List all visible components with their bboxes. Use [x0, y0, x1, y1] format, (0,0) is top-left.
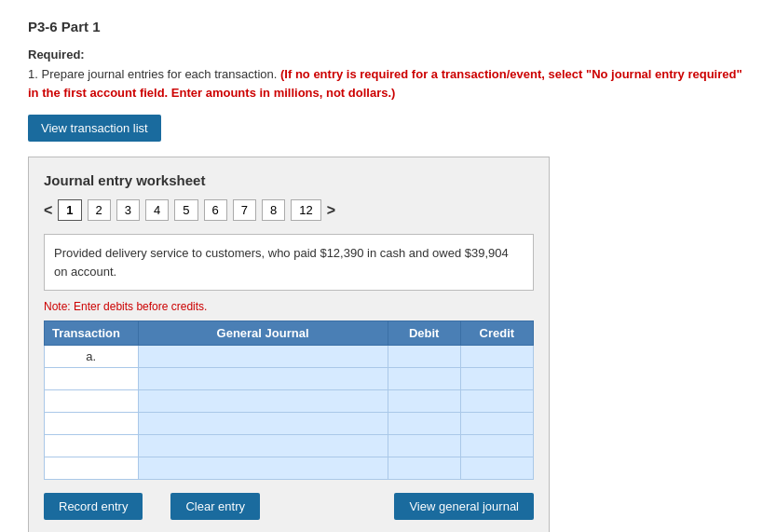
page-btn-3[interactable]: 3: [116, 199, 140, 221]
instruction: 1. Prepare journal entries for each tran…: [28, 65, 748, 102]
credit-input-3[interactable]: [460, 390, 533, 413]
col-header-credit: Credit: [460, 321, 533, 346]
page-title: P3-6 Part 1: [28, 19, 748, 34]
general-journal-input-5[interactable]: [138, 435, 388, 457]
bottom-buttons: Record entry Clear entry View general jo…: [44, 493, 534, 520]
debit-input-6[interactable]: [388, 457, 460, 480]
page-btn-12[interactable]: 12: [291, 199, 320, 221]
col-header-general-journal: General Journal: [138, 321, 388, 346]
table-row: [45, 390, 534, 413]
worksheet-title: Journal entry worksheet: [44, 172, 534, 188]
page-btn-4[interactable]: 4: [145, 199, 169, 221]
general-journal-input-4[interactable]: [138, 413, 388, 435]
instruction-main: Prepare journal entries for each transac…: [41, 67, 277, 81]
table-row: [45, 435, 534, 457]
page-btn-6[interactable]: 6: [204, 199, 227, 221]
table-row: a.: [45, 346, 534, 368]
record-entry-button[interactable]: Record entry: [44, 493, 143, 520]
prev-page-btn[interactable]: <: [44, 202, 52, 219]
page-btn-8[interactable]: 8: [262, 199, 285, 221]
credit-input-6[interactable]: [460, 457, 533, 480]
debit-input-5[interactable]: [388, 435, 460, 457]
next-page-btn[interactable]: >: [327, 202, 335, 219]
transaction-cell-3: [45, 390, 139, 413]
page-btn-5[interactable]: 5: [174, 199, 197, 221]
general-journal-input-2[interactable]: [138, 368, 388, 390]
transaction-cell-5: [45, 435, 139, 457]
page-btn-1[interactable]: 1: [58, 199, 81, 221]
col-header-transaction: Transaction: [45, 321, 139, 346]
debit-input-4[interactable]: [388, 413, 460, 435]
worksheet-container: Journal entry worksheet < 1 2 3 4 5 6 7 …: [28, 157, 550, 532]
pagination: < 1 2 3 4 5 6 7 8 12 >: [44, 199, 534, 221]
credit-input-1[interactable]: [460, 346, 533, 368]
col-header-debit: Debit: [388, 321, 460, 346]
page-btn-2[interactable]: 2: [88, 199, 111, 221]
note-text: Note: Enter debits before credits.: [44, 300, 534, 313]
view-transaction-btn[interactable]: View transaction list: [28, 115, 161, 142]
general-journal-input-6[interactable]: [138, 457, 388, 480]
required-label: Required:: [28, 48, 748, 61]
page-btn-7[interactable]: 7: [233, 199, 256, 221]
table-row: [45, 457, 534, 480]
credit-input-4[interactable]: [460, 413, 533, 435]
credit-input-2[interactable]: [460, 368, 533, 390]
table-row: [45, 413, 534, 435]
debit-input-2[interactable]: [388, 368, 460, 390]
journal-table: Transaction General Journal Debit Credit…: [44, 321, 534, 480]
table-row: [45, 368, 534, 390]
general-journal-input-3[interactable]: [138, 390, 388, 413]
description-box: Provided delivery service to customers, …: [44, 234, 534, 291]
transaction-cell-1: a.: [45, 346, 139, 368]
clear-entry-button[interactable]: Clear entry: [170, 493, 260, 520]
debit-input-1[interactable]: [388, 346, 460, 368]
transaction-cell-2: [45, 368, 139, 390]
debit-input-3[interactable]: [388, 390, 460, 413]
view-general-journal-button[interactable]: View general journal: [394, 493, 534, 520]
required-section: Required: 1. Prepare journal entries for…: [28, 48, 748, 102]
bottom-left-buttons: Record entry Clear entry: [44, 493, 260, 520]
transaction-cell-4: [45, 413, 139, 435]
general-journal-input-1[interactable]: [138, 346, 388, 368]
transaction-cell-6: [45, 457, 139, 480]
instruction-number: 1.: [28, 67, 38, 81]
credit-input-5[interactable]: [460, 435, 533, 457]
